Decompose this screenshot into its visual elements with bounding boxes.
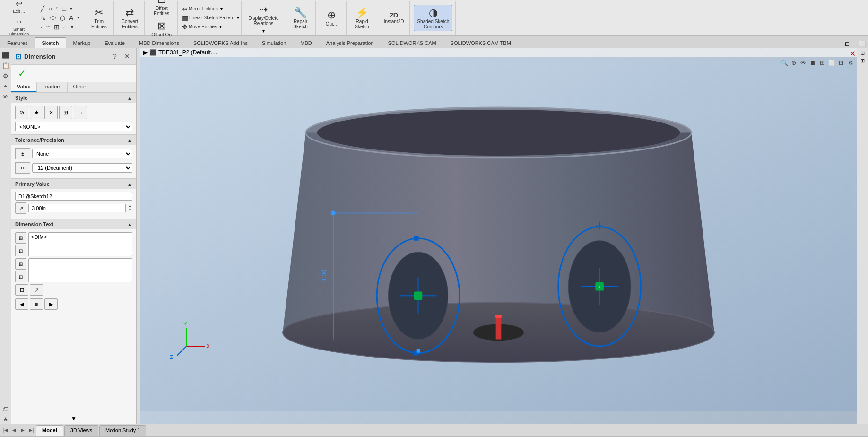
tab-nav-next[interactable]: ▶ bbox=[19, 427, 26, 434]
close-icon[interactable]: ✕ bbox=[850, 50, 856, 58]
text-align-btn[interactable]: ⊡ bbox=[15, 284, 28, 296]
construction-tool[interactable]: ⊞ bbox=[52, 23, 61, 31]
tab-simulation[interactable]: Simulation bbox=[255, 37, 293, 48]
view-more-btn[interactable]: ⬜ bbox=[827, 59, 836, 67]
value-input[interactable] bbox=[28, 204, 126, 212]
dim-unlink-btn[interactable]: ⊡ bbox=[15, 245, 26, 256]
precision-icon-btn[interactable]: .00 bbox=[15, 162, 30, 174]
feature-manager-icon[interactable]: ⬛ bbox=[1, 50, 10, 60]
right-panel-btn1[interactable]: ⊡ bbox=[860, 50, 865, 56]
panel-scroll-down[interactable]: ▼ bbox=[11, 413, 136, 424]
more-sketch[interactable]: ▾ bbox=[76, 15, 81, 21]
right-panel-btn2[interactable]: ⊞ bbox=[860, 58, 865, 64]
sketch-ref-input[interactable] bbox=[15, 192, 132, 201]
style-dropdown[interactable]: <NONE> Default Custom1 bbox=[15, 122, 132, 131]
tab-evaluate[interactable]: Evaluate bbox=[97, 37, 132, 48]
instant2d-button[interactable]: 2D Instant2D bbox=[381, 10, 407, 26]
tab-sketch[interactable]: Sketch bbox=[35, 37, 66, 48]
tab-sw-add-ins[interactable]: SOLIDWORKS Add-Ins bbox=[186, 37, 255, 48]
quick-snaps-button[interactable]: ⊕ Qui... bbox=[320, 8, 343, 28]
dim-text-section-header[interactable]: Dimension Text ▲ bbox=[11, 219, 136, 229]
text-rotate-btn[interactable]: ↗ bbox=[30, 284, 43, 296]
trim-entities-button[interactable]: ✂ TrimEntities bbox=[87, 5, 111, 31]
tab-markup[interactable]: Markup bbox=[66, 37, 98, 48]
view-section-btn[interactable]: ⊞ bbox=[818, 59, 826, 67]
tab-mbd-dimensions[interactable]: MBD Dimensions bbox=[132, 37, 186, 48]
tab-sw-cam-tbm[interactable]: SOLIDWORKS CAM TBM bbox=[443, 37, 518, 48]
panel-tab-leaders[interactable]: Leaders bbox=[37, 82, 68, 92]
minimize-icon[interactable]: — bbox=[851, 41, 857, 47]
view-hide-btn[interactable]: ◼ bbox=[808, 59, 817, 67]
move-entities-button[interactable]: ✥ Move Entities bbox=[181, 23, 218, 31]
view-orient-btn[interactable]: ⊕ bbox=[790, 59, 798, 67]
shaded-sketch-button[interactable]: ◑ Shaded SketchContours bbox=[414, 5, 452, 31]
display-delete-button[interactable]: ⇢ Display/DeleteRelations bbox=[245, 2, 281, 27]
expand-icon-btn[interactable]: ↗ bbox=[15, 202, 26, 214]
spin-down-icon[interactable]: ▼ bbox=[128, 208, 132, 213]
line-tool[interactable]: ╱ bbox=[39, 4, 46, 13]
tab-analysis-prep[interactable]: Analysis Preparation bbox=[319, 37, 381, 48]
ellipse-tool[interactable]: ⬭ bbox=[49, 13, 57, 22]
bottom-tab-motion-study[interactable]: Motion Study 1 bbox=[99, 425, 146, 436]
rapid-sketch-button[interactable]: ⚡ RapidSketch bbox=[350, 5, 374, 31]
help-button[interactable]: ? bbox=[110, 51, 120, 61]
repair-sketch-button[interactable]: 🔧 RepairSketch bbox=[289, 5, 312, 31]
offset-entities-button[interactable]: ⊡ OffsetEntities bbox=[150, 0, 174, 17]
smart-dimension-button[interactable]: ↔ Smart Dimension bbox=[5, 17, 33, 37]
view-settings2-btn[interactable]: ⚙ bbox=[846, 59, 855, 67]
config-manager-icon[interactable]: ⚙ bbox=[1, 71, 10, 80]
tolerance-icon-btn[interactable]: ± bbox=[15, 148, 30, 159]
chamfer-tool[interactable]: ⌐ bbox=[62, 23, 69, 31]
favorites-icon[interactable]: ★ bbox=[1, 414, 10, 424]
panel-tab-other[interactable]: Other bbox=[68, 82, 93, 92]
tab-nav-first[interactable]: |◀ bbox=[2, 427, 9, 434]
property-manager-icon[interactable]: 📋 bbox=[1, 61, 10, 70]
more-shapes[interactable]: ▾ bbox=[69, 6, 74, 12]
tolerance-dropdown[interactable]: None Basic Bilateral bbox=[32, 149, 132, 158]
display-manager-icon[interactable]: 👁 bbox=[1, 92, 10, 101]
bottom-tab-3d-views[interactable]: 3D Views bbox=[64, 425, 98, 436]
align-left-btn[interactable]: ◀ bbox=[15, 298, 28, 310]
accept-button[interactable]: ✓ bbox=[15, 67, 28, 80]
maximize-icon[interactable]: ⬜ bbox=[859, 41, 866, 47]
style-btn-4[interactable]: ⊞ bbox=[59, 106, 72, 119]
bottom-tab-model[interactable]: Model bbox=[36, 425, 63, 436]
circle-tool[interactable]: ○ bbox=[47, 4, 53, 13]
tab-nav-last[interactable]: ▶| bbox=[27, 427, 35, 434]
view-3d-btn[interactable]: ⊡ bbox=[837, 59, 845, 67]
rectangle-tool[interactable]: □ bbox=[61, 4, 67, 13]
spline-tool[interactable]: ∿ bbox=[39, 14, 48, 22]
style-btn-1[interactable]: ⊘ bbox=[15, 106, 28, 119]
view-display-btn[interactable]: 👁 bbox=[799, 59, 807, 67]
align-center-btn[interactable]: ≡ bbox=[30, 298, 43, 310]
dim-text-input[interactable]: <DIM> bbox=[28, 232, 132, 256]
polygon-tool[interactable]: ⬡ bbox=[58, 14, 67, 22]
dim-text-input2[interactable] bbox=[28, 258, 132, 282]
mirror-chevron-icon[interactable]: ▾ bbox=[220, 6, 223, 11]
linear-sketch-button[interactable]: ▦ Linear Sketch Pattern bbox=[181, 14, 236, 22]
resize-icon[interactable]: ⊡ bbox=[845, 41, 850, 47]
exit-button[interactable]: ↩ Exit ... bbox=[9, 0, 28, 15]
tab-nav-prev[interactable]: ◀ bbox=[10, 427, 18, 434]
move-chevron-icon[interactable]: ▾ bbox=[219, 24, 222, 29]
dim-unlink-btn2[interactable]: ⊡ bbox=[15, 271, 26, 282]
mirror-entities-button[interactable]: ⇔ Mirror Entities bbox=[181, 5, 219, 13]
arc-tool[interactable]: ◜ bbox=[54, 4, 60, 13]
tab-features[interactable]: Features bbox=[0, 37, 35, 48]
style-section-header[interactable]: Style ▲ bbox=[11, 93, 136, 103]
dim-link-btn2[interactable]: ⊞ bbox=[15, 258, 26, 270]
spin-up-icon[interactable]: ▲ bbox=[128, 203, 132, 208]
style-btn-3[interactable]: ✕ bbox=[44, 106, 58, 119]
text-tool[interactable]: A bbox=[68, 14, 75, 22]
tab-mbd[interactable]: MBD bbox=[293, 37, 319, 48]
style-btn-5[interactable]: → bbox=[74, 106, 87, 119]
tags-icon[interactable]: 🏷 bbox=[1, 404, 10, 413]
linear-chevron-icon[interactable]: ▾ bbox=[237, 15, 239, 20]
tolerance-section-header[interactable]: Tolerance/Precision ▲ bbox=[11, 135, 136, 145]
convert-entities-button[interactable]: ⇄ ConvertEntities bbox=[118, 5, 141, 31]
dim-link-btn[interactable]: ⊞ bbox=[15, 232, 26, 244]
view-settings-btn[interactable]: 🔍 bbox=[780, 59, 789, 67]
more-tools[interactable]: ▾ bbox=[69, 24, 75, 30]
dim-xpert-icon[interactable]: ± bbox=[1, 81, 10, 91]
tab-sw-cam[interactable]: SOLIDWORKS CAM bbox=[381, 37, 443, 48]
